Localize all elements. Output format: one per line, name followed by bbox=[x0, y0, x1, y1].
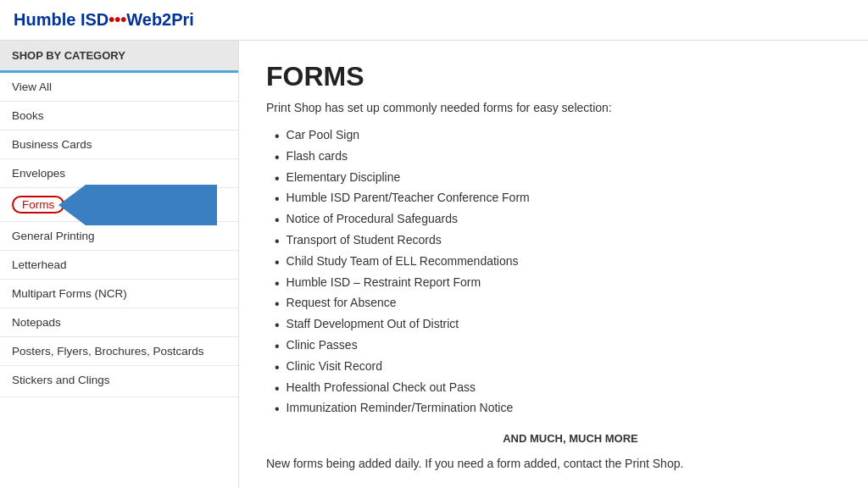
logo-web2pri: Web2Pri bbox=[126, 10, 194, 29]
forms-active-container: Forms bbox=[12, 196, 226, 214]
sidebar-item-label: Envelopes bbox=[12, 167, 65, 180]
sidebar-item-label: View All bbox=[12, 80, 52, 93]
list-item: Flash cards bbox=[275, 147, 841, 169]
forms-circle-label: Forms bbox=[12, 196, 64, 214]
and-more-text: AND MUCH, MUCH MORE bbox=[300, 432, 841, 445]
list-item: Notice of Procedural Safeguards bbox=[275, 210, 841, 231]
list-item: Immunization Reminder/Termination Notice bbox=[275, 399, 841, 420]
sidebar-item-general-printing[interactable]: General Printing bbox=[0, 222, 238, 251]
sidebar-item-label: Stickers and Clings bbox=[12, 374, 110, 386]
sidebar-item-business-cards[interactable]: Business Cards bbox=[0, 130, 238, 159]
sidebar-item-forms[interactable]: Forms bbox=[0, 188, 238, 222]
list-item: Car Pool Sign bbox=[275, 126, 841, 147]
sidebar-item-label: Books bbox=[12, 109, 44, 122]
list-item: Clinic Visit Record bbox=[275, 358, 841, 379]
list-item: Health Professional Check out Pass bbox=[275, 379, 841, 400]
sidebar-item-multipart-forms[interactable]: Multipart Forms (NCR) bbox=[0, 280, 238, 308]
sidebar-item-view-all[interactable]: View All bbox=[0, 73, 238, 102]
sidebar: SHOP BY CATEGORY View All Books Business… bbox=[0, 41, 239, 488]
sidebar-item-label: Multipart Forms (NCR) bbox=[12, 287, 127, 300]
sidebar-item-stickers[interactable]: Stickers and Clings bbox=[0, 366, 238, 397]
list-item: Elementary Discipline bbox=[275, 169, 841, 190]
sidebar-item-label: General Printing bbox=[12, 230, 95, 242]
sidebar-item-label: Letterhead bbox=[12, 258, 67, 271]
sidebar-item-letterhead[interactable]: Letterhead bbox=[0, 251, 238, 280]
sidebar-item-label: Posters, Flyers, Brochures, Postcards bbox=[12, 345, 204, 358]
page-title: FORMS bbox=[266, 61, 841, 92]
sidebar-item-label: Notepads bbox=[12, 316, 61, 329]
logo: Humble ISD•••Web2Pri bbox=[14, 10, 194, 30]
arrow-body bbox=[86, 185, 217, 225]
category-header: SHOP BY CATEGORY bbox=[0, 41, 238, 73]
sidebar-item-books[interactable]: Books bbox=[0, 102, 238, 130]
arrow-container bbox=[58, 185, 217, 225]
logo-humble: Humble ISD bbox=[14, 10, 108, 29]
list-item: Request for Absence bbox=[275, 294, 841, 315]
intro-text: Print Shop has set up commonly needed fo… bbox=[266, 101, 841, 114]
logo-dots: ••• bbox=[108, 10, 126, 29]
header: Humble ISD•••Web2Pri bbox=[0, 0, 868, 41]
list-item: Staff Development Out of District bbox=[275, 315, 841, 336]
content-area: FORMS Print Shop has set up commonly nee… bbox=[239, 41, 868, 488]
sidebar-item-label: Business Cards bbox=[12, 138, 92, 151]
sidebar-item-posters-flyers[interactable]: Posters, Flyers, Brochures, Postcards bbox=[0, 337, 238, 366]
list-item: Transport of Student Records bbox=[275, 231, 841, 252]
sidebar-item-notepads[interactable]: Notepads bbox=[0, 308, 238, 337]
list-item: Clinic Passes bbox=[275, 336, 841, 358]
forms-list: Car Pool SignFlash cardsElementary Disci… bbox=[266, 126, 841, 420]
main-layout: SHOP BY CATEGORY View All Books Business… bbox=[0, 41, 868, 488]
list-item: Child Study Team of ELL Recommendations bbox=[275, 252, 841, 274]
arrow-head bbox=[58, 185, 86, 225]
list-item: Humble ISD Parent/Teacher Conference For… bbox=[275, 189, 841, 210]
list-item: Humble ISD – Restraint Report Form bbox=[275, 274, 841, 295]
footer-note: New forms being added daily. If you need… bbox=[266, 457, 841, 470]
